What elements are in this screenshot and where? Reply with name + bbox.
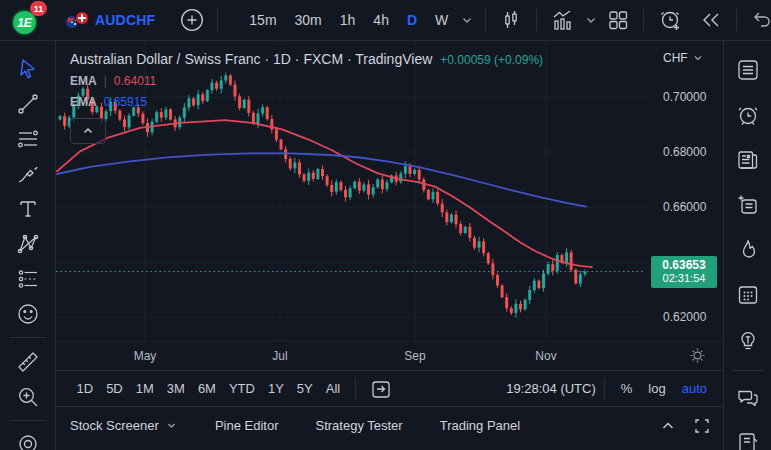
timeframe-1h[interactable]: 1h — [331, 4, 365, 36]
tradingview-app: 1E 11 AUDCHF 15m 30m 1h 4h D W — [0, 0, 771, 450]
calendar-button[interactable] — [731, 278, 765, 312]
range-ytd[interactable]: YTD — [222, 376, 261, 402]
text-tool-button[interactable] — [11, 191, 45, 226]
flame-icon — [735, 237, 761, 263]
indicator-row-ema-fast[interactable]: EMA| 0.64011 — [70, 74, 543, 88]
currency-selector[interactable]: CHF — [663, 51, 704, 65]
toolbar-divider — [643, 9, 644, 31]
corner-brackets-icon — [693, 417, 711, 435]
indicator-row-ema-slow[interactable]: EMA 0.65915 — [70, 95, 543, 109]
price-change: +0.00059 (+0.09%) — [440, 53, 543, 67]
layout-grid-button[interactable] — [601, 4, 635, 36]
chat-bubbles-icon — [735, 385, 761, 411]
alerts-button[interactable] — [731, 98, 765, 132]
range-3m[interactable]: 3M — [160, 376, 191, 402]
clock-utc[interactable]: 19:28:04 (UTC) — [506, 381, 596, 396]
timeframe-15m[interactable]: 15m — [240, 4, 285, 36]
brush-tool-button[interactable] — [11, 156, 45, 191]
emoji-tool-button[interactable] — [11, 296, 45, 331]
timeframe-1d-active[interactable]: D — [398, 4, 426, 36]
ruler-icon — [15, 349, 41, 375]
timeframe-4h[interactable]: 4h — [364, 4, 398, 36]
timeframe-30m[interactable]: 30m — [286, 4, 331, 36]
range-all[interactable]: All — [319, 376, 346, 402]
indicators-menu-button[interactable] — [581, 4, 601, 36]
bar-countdown: 02:31:54 — [651, 272, 717, 285]
hotlists-button[interactable] — [731, 233, 765, 267]
chevron-up-icon — [659, 417, 677, 435]
range-5d[interactable]: 5D — [100, 376, 130, 402]
percent-scale-button[interactable]: % — [613, 381, 641, 396]
price-tick: 0.62000 — [663, 310, 706, 324]
tab-strategy-tester[interactable]: Strategy Tester — [315, 418, 402, 433]
time-axis[interactable]: May Jul Sep Nov — [56, 341, 723, 370]
chats-button[interactable] — [731, 381, 765, 415]
range-1y[interactable]: 1Y — [261, 376, 290, 402]
fib-retracement-tool-button[interactable] — [11, 121, 45, 156]
auto-scale-button[interactable]: auto — [674, 381, 709, 396]
timeframe-1w[interactable]: W — [426, 4, 457, 36]
text-notes-plus-icon — [735, 192, 761, 218]
magnet-tool-button[interactable] — [11, 427, 45, 450]
legend-collapse-button[interactable] — [70, 118, 106, 144]
indicators-button[interactable] — [545, 4, 581, 36]
forecast-tool-button[interactable] — [11, 261, 45, 296]
panel-expand-button[interactable] — [659, 417, 677, 435]
last-price-badge: 0.63653 02:31:54 — [651, 256, 717, 288]
notes-button[interactable] — [731, 426, 765, 450]
tab-label: Strategy Tester — [315, 418, 402, 433]
cursor-tool-button[interactable] — [11, 51, 45, 86]
cursor-icon — [15, 56, 41, 82]
add-symbol-button[interactable] — [175, 4, 209, 36]
chevron-down-icon — [165, 419, 178, 432]
chart-style-button[interactable] — [494, 4, 528, 36]
app-logo[interactable]: 1E 11 — [11, 4, 43, 36]
bottom-panel: Stock Screener Pine Editor Strategy Test… — [56, 406, 723, 450]
chart-pane[interactable]: Australian Dollar / Swiss Franc · 1D · F… — [56, 41, 645, 341]
month-label: Jul — [272, 349, 287, 363]
chart-title[interactable]: Australian Dollar / Swiss Franc · 1D · F… — [70, 51, 432, 67]
price-tick: 0.70000 — [663, 90, 706, 104]
economic-calendar-icon — [735, 282, 761, 308]
range-6m[interactable]: 6M — [191, 376, 222, 402]
trend-line-tool-button[interactable] — [11, 86, 45, 121]
indicator-separator: | — [104, 74, 107, 88]
symbol-search-button[interactable]: AUDCHF — [65, 11, 155, 29]
go-to-date-button[interactable] — [370, 378, 392, 400]
zoom-in-tool-button[interactable] — [11, 379, 45, 414]
tab-pine-editor[interactable]: Pine Editor — [215, 418, 279, 433]
text-notes-button[interactable] — [731, 188, 765, 222]
forecast-icon — [15, 266, 41, 292]
trend-line-icon — [15, 91, 41, 117]
bar-replay-button[interactable] — [694, 4, 728, 36]
timeframe-menu-button[interactable] — [457, 4, 477, 36]
undo-button[interactable] — [745, 4, 771, 36]
measure-tool-button[interactable] — [11, 344, 45, 379]
tab-stock-screener[interactable]: Stock Screener — [70, 418, 178, 433]
chevron-down-icon — [459, 12, 475, 28]
price-axis[interactable]: CHF 0.70000 0.68000 0.66000 0.64000 0.62… — [645, 41, 723, 370]
news-button[interactable] — [731, 143, 765, 177]
last-price-value: 0.63653 — [651, 258, 717, 272]
watchlist-button[interactable] — [731, 53, 765, 87]
range-toolbar: 1D 5D 1M 3M 6M YTD 1Y 5Y All 19:28:04 (U… — [56, 370, 723, 406]
toolbar-divider — [10, 337, 46, 338]
pattern-tool-button[interactable] — [11, 226, 45, 261]
range-1m[interactable]: 1M — [129, 376, 160, 402]
range-5y[interactable]: 5Y — [290, 376, 319, 402]
brush-icon — [15, 161, 41, 187]
timeframe-group: 15m 30m 1h 4h D W — [240, 4, 477, 36]
panel-maximize-button[interactable] — [693, 417, 711, 435]
go-to-date-icon — [370, 378, 392, 400]
ideas-button[interactable] — [731, 323, 765, 357]
create-alert-button[interactable] — [652, 4, 688, 36]
indicator-label: EMA — [70, 74, 97, 88]
month-label: Sep — [404, 349, 425, 363]
alarm-clock-icon — [735, 102, 761, 128]
log-scale-button[interactable]: log — [640, 381, 673, 396]
chart-settings-button[interactable] — [687, 345, 707, 365]
month-label: May — [134, 349, 157, 363]
range-1d[interactable]: 1D — [70, 376, 100, 402]
tab-trading-panel[interactable]: Trading Panel — [440, 418, 520, 433]
audchf-flags-icon — [65, 11, 89, 29]
